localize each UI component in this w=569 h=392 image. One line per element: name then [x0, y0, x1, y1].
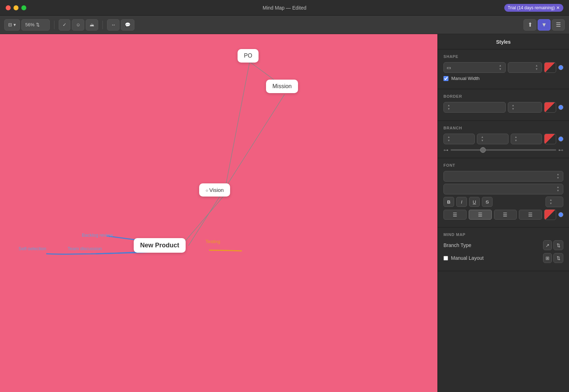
trial-badge[interactable]: Trial (14 days remaining) ✕	[504, 4, 563, 12]
branch-type-row: Branch Type ↗ ⇅	[443, 240, 563, 250]
svg-line-3	[181, 195, 225, 246]
connection-button[interactable]: ↔	[107, 19, 119, 31]
font-family-select[interactable]: ▲▼	[443, 171, 563, 182]
node-new-product[interactable]: New Product	[134, 238, 186, 253]
branch-row: ▲▼ ▲▼ ▲▼	[443, 134, 563, 144]
manual-layout-control: ⊞ ⇅	[543, 253, 563, 263]
manual-layout-stepper[interactable]: ⇅	[553, 253, 563, 263]
manual-width-label: Manual Width	[451, 76, 479, 81]
sidebar-icon: ⊟	[8, 22, 12, 27]
titlebar: Mind Map — Edited Trial (14 days remaini…	[0, 0, 569, 16]
align-row: ☰ ☰ ☰ ☰	[443, 209, 563, 220]
manual-layout-select[interactable]: ⊞	[543, 253, 552, 263]
styles-panel: Styles SHAPE ▭ ▲▼ ▲▼ Manual Width	[437, 34, 569, 392]
branch-section: BRANCH ▲▼ ▲▼ ▲▼ ⊶ ⊷	[438, 121, 569, 158]
branch-style-3[interactable]: ▲▼	[511, 134, 542, 144]
separator-2	[102, 21, 103, 29]
font-section: FONT ▲▼ ▲▼ B I U S ▲▼ ☰ ☰	[438, 158, 569, 227]
align-justify-button[interactable]: ☰	[519, 210, 542, 220]
border-section: BORDER ▲▼ ▲▼	[438, 89, 569, 121]
border-color-dot[interactable]	[558, 105, 563, 110]
main-area: PO Mission Vision New Product Backlog re…	[0, 34, 569, 392]
separator-1	[54, 21, 54, 29]
border-style-selector[interactable]: ▲▼	[443, 102, 506, 113]
branch-type-select[interactable]: ↗	[543, 240, 552, 250]
layout-icon: ⊞	[546, 256, 549, 261]
connections-svg	[0, 34, 437, 392]
label-testing: Testing	[206, 239, 220, 244]
branch-thickness-slider[interactable]	[451, 149, 556, 151]
window-controls	[6, 5, 26, 10]
image-button[interactable]: ⛰	[86, 19, 98, 31]
border-color-swatch[interactable]	[544, 102, 556, 113]
panel-title: Styles	[438, 34, 569, 49]
shape-icon: ▭	[447, 65, 451, 70]
branch-color-dot[interactable]	[558, 136, 563, 141]
list-button[interactable]: ☰	[552, 19, 565, 31]
border-row: ▲▼ ▲▼	[443, 102, 563, 113]
node-mission[interactable]: Mission	[266, 80, 298, 93]
zoom-value: 56%	[25, 22, 34, 27]
svg-line-1	[225, 62, 250, 190]
font-color-dot[interactable]	[558, 212, 563, 217]
branch-type-icon: ↗	[546, 243, 549, 248]
filter-button[interactable]: ▼	[538, 19, 551, 31]
italic-button[interactable]: I	[456, 197, 467, 207]
shape-row-1: ▭ ▲▼ ▲▼	[443, 62, 563, 73]
font-size-stepper[interactable]: ▲▼	[546, 197, 563, 207]
shape-title: SHAPE	[443, 54, 563, 59]
underline-button[interactable]: U	[469, 197, 480, 207]
branch-title: BRANCH	[443, 126, 563, 130]
align-right-button[interactable]: ☰	[494, 210, 517, 220]
close-icon: ✕	[556, 5, 560, 10]
branch-type-stepper[interactable]: ⇅	[553, 240, 563, 250]
branch-type-control: ↗ ⇅	[543, 240, 563, 250]
border-title: BORDER	[443, 94, 563, 98]
minimize-button[interactable]	[14, 5, 18, 10]
branch-slider-row: ⊶ ⊷	[443, 147, 563, 153]
comment-button[interactable]: 💬	[121, 19, 134, 31]
node-vision[interactable]: Vision	[199, 183, 230, 197]
fullscreen-button[interactable]	[21, 5, 26, 10]
share-button[interactable]: ⬆	[523, 19, 536, 31]
manual-layout-row: Manual Layout ⊞ ⇅	[443, 253, 563, 263]
label-team-discussion: Team discussion	[68, 246, 102, 251]
label-backlog-review: Backlog review	[82, 232, 113, 238]
shape-selector[interactable]: ▭ ▲▼	[443, 62, 506, 73]
branch-type-label: Branch Type	[443, 242, 471, 248]
shape-size-input[interactable]: ▲▼	[508, 62, 542, 73]
manual-layout-label: Manual Layout	[451, 255, 484, 261]
action-buttons: ✓ ☺ ⛰	[59, 19, 98, 31]
sidebar-toggle[interactable]: ⊟ ▾	[4, 19, 20, 31]
branch-start-icon: ⊶	[443, 147, 448, 153]
branch-end-icon: ⊷	[558, 147, 563, 153]
strikethrough-button[interactable]: S	[482, 197, 493, 207]
manual-width-row: Manual Width	[443, 76, 563, 81]
zoom-stepper: ⇅	[36, 22, 40, 27]
face-button[interactable]: ☺	[72, 19, 84, 31]
close-button[interactable]	[6, 5, 11, 10]
canvas[interactable]: PO Mission Vision New Product Backlog re…	[0, 34, 437, 392]
branch-style-1[interactable]: ▲▼	[443, 134, 475, 144]
check-button[interactable]: ✓	[59, 19, 70, 31]
align-center-button[interactable]: ☰	[469, 210, 492, 220]
view-controls: ⊟ ▾ 56% ⇅	[4, 19, 50, 31]
manual-layout-checkbox[interactable]	[443, 256, 448, 261]
node-po[interactable]: PO	[238, 49, 259, 63]
font-size-select[interactable]: ▲▼	[443, 184, 563, 194]
branch-style-2[interactable]: ▲▼	[477, 134, 508, 144]
mind-map-title: MIND MAP	[443, 232, 563, 237]
align-left-button[interactable]: ☰	[443, 210, 467, 220]
mind-map-section: MIND MAP Branch Type ↗ ⇅ Manual Layout	[438, 227, 569, 271]
slider-thumb[interactable]	[480, 147, 486, 153]
manual-width-checkbox[interactable]	[443, 76, 448, 81]
font-color-swatch[interactable]	[544, 209, 556, 220]
shape-color-swatch[interactable]	[544, 62, 556, 73]
label-self-selection: Self-selection	[18, 246, 46, 251]
zoom-control[interactable]: 56% ⇅	[21, 19, 50, 31]
toolbar-right: ⬆ ▼ ☰	[523, 19, 565, 31]
bold-button[interactable]: B	[443, 197, 454, 207]
border-size-input[interactable]: ▲▼	[508, 102, 542, 113]
shape-color-dot[interactable]	[558, 65, 563, 70]
branch-color-swatch[interactable]	[544, 134, 556, 144]
